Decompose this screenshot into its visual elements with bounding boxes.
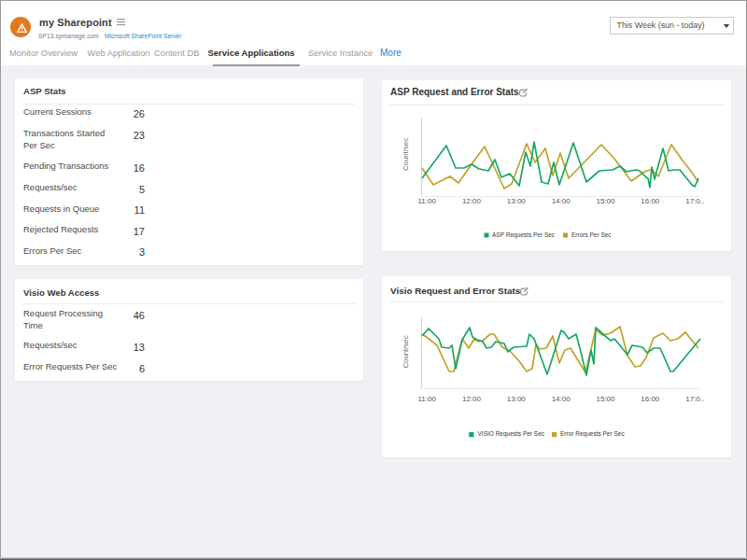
svg-text:13:00: 13:00 [507, 197, 527, 205]
svg-text:12:00: 12:00 [462, 395, 482, 403]
svg-text:15:00: 15:00 [596, 395, 615, 403]
svg-text:VISIO Requests Per Sec: VISIO Requests Per Sec [478, 430, 545, 438]
svg-text:14:00: 14:00 [552, 197, 571, 205]
svg-text:Error Requests Per Sec: Error Requests Per Sec [560, 430, 625, 438]
svg-text:12:00: 12:00 [462, 197, 482, 205]
svg-text:11:00: 11:00 [417, 395, 436, 403]
svg-text:16:00: 16:00 [641, 197, 660, 205]
svg-text:Count/sec: Count/sec [402, 335, 410, 368]
svg-text:17:0..: 17:0.. [685, 395, 704, 403]
svg-text:14:00: 14:00 [552, 395, 571, 403]
svg-text:11:00: 11:00 [417, 197, 436, 205]
svg-text:13:00: 13:00 [507, 395, 527, 403]
svg-text:Count/sec: Count/sec [402, 138, 410, 171]
svg-text:16:00: 16:00 [641, 395, 660, 403]
svg-text:15:00: 15:00 [596, 197, 615, 205]
svg-text:Errors Per Sec: Errors Per Sec [571, 231, 612, 238]
svg-text:ASP Requests Per Sec: ASP Requests Per Sec [492, 231, 556, 239]
svg-text:17:0..: 17:0.. [685, 197, 704, 205]
